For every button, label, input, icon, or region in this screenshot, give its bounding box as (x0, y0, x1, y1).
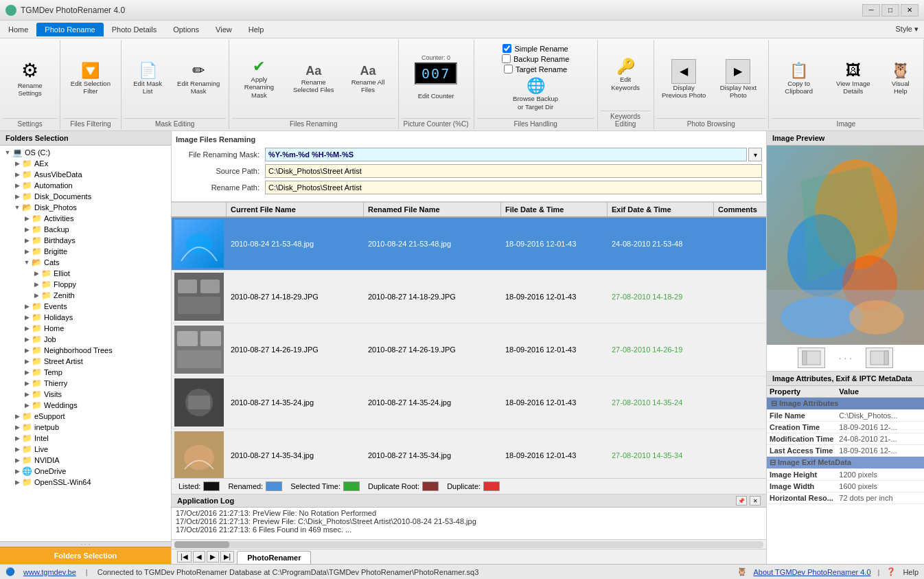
app-log-close-button[interactable]: ✕ (750, 496, 761, 506)
sidebar-item-automation[interactable]: ▶ 📁 Automation (1, 180, 170, 191)
sidebar-item-aex[interactable]: ▶ 📁 AEx (1, 158, 170, 169)
meta-section-image-attributes[interactable]: ⊟ Image Attributes (767, 398, 924, 410)
sidebar-item-label: Live (34, 445, 48, 453)
table-row[interactable]: 2010-08-27 14-26-19.JPG 2010-08-27 14-26… (172, 323, 766, 376)
log-horizontal-scrollbar[interactable] (172, 539, 766, 549)
legend-duplicate-root-label: Duplicate Root: (368, 482, 419, 490)
sidebar-item-nvidia[interactable]: ▶ 📁 NVIDIA (1, 455, 170, 466)
sidebar-item-visits[interactable]: ▶ 📁 Visits (1, 389, 170, 400)
sidebar-item-disk-documents[interactable]: ▶ 📁 Disk_Documents (1, 191, 170, 202)
edit-renaming-mask-button[interactable]: ✏ Edit Renaming Mask (172, 60, 226, 99)
browse-backup-button[interactable]: 🌐 Browse Backup or Target Dir (507, 75, 564, 114)
rename-settings-button[interactable]: ⚙ Rename Settings (3, 58, 57, 101)
status-about-link[interactable]: About TGMDev PhotoRenamer 4.0 (754, 568, 871, 576)
sidebar-item-esupport[interactable]: ▶ 📁 eSupport (1, 411, 170, 422)
table-row[interactable]: 2010-08-27 14-35-24.jpg 2010-08-27 14-35… (172, 376, 766, 429)
sidebar-item-neighborhood-trees[interactable]: ▶ 📁 Neighborhood Trees (1, 345, 170, 356)
edit-counter-button[interactable]: Edit Counter (408, 89, 463, 103)
file-table-body[interactable]: 2010-08-24 21-53-48.jpg 2010-08-24 21-53… (172, 218, 766, 478)
table-row[interactable]: 2010-08-27 14-35-34.jpg 2010-08-27 14-35… (172, 429, 766, 478)
sidebar-item-os-c[interactable]: ▼ 💻 OS (C:) (1, 147, 170, 158)
sidebar-item-activities[interactable]: ▶ 📁 Activities (1, 213, 170, 224)
menu-help[interactable]: Help (240, 23, 273, 36)
status-website-link[interactable]: www.tgmdev.be (23, 568, 76, 576)
sidebar-item-live[interactable]: ▶ 📁 Live (1, 444, 170, 455)
sidebar-item-openssl[interactable]: ▶ 📁 OpenSSL-Win64 (1, 477, 170, 488)
display-previous-button[interactable]: ◀ Display Previous Photo (657, 56, 711, 103)
sidebar-item-intel[interactable]: ▶ 📁 Intel (1, 433, 170, 444)
preview-svg (767, 146, 924, 345)
sidebar-item-brigitte[interactable]: ▶ 📁 Brigitte (1, 246, 170, 257)
file-renaming-mask-input[interactable] (265, 148, 747, 161)
sidebar-item-cats[interactable]: ▼ 📂 Cats (1, 257, 170, 268)
sidebar-item-asusvibedata[interactable]: ▶ 📁 AsusVibeData (1, 169, 170, 180)
sidebar-item-events[interactable]: ▶ 📁 Events (1, 301, 170, 312)
visual-help-button[interactable]: 🦉 Visual Help (880, 60, 921, 99)
apply-renaming-mask-button[interactable]: ✔ Apply Renaming Mask (232, 56, 286, 102)
minimize-button[interactable]: ─ (862, 4, 880, 16)
maximize-button[interactable]: □ (881, 4, 899, 16)
menu-options[interactable]: Options (165, 23, 207, 36)
simple-rename-checkbox[interactable] (503, 44, 511, 53)
sidebar-item-elliot[interactable]: ▶ 📁 Elliot (1, 268, 170, 279)
menu-photo-rename[interactable]: Photo Rename (36, 23, 103, 36)
copy-to-clipboard-button[interactable]: 📋 Copy to Clipboard (772, 60, 826, 99)
menu-bar: Home Photo Rename Photo Details Options … (0, 21, 924, 38)
meta-value: 72 dots per inch (836, 492, 924, 504)
sidebar-tree[interactable]: ▼ 💻 OS (C:) ▶ 📁 AEx ▶ 📁 AsusVibeData ▶ 📁… (0, 146, 171, 541)
sidebar-item-job[interactable]: ▶ 📁 Job (1, 334, 170, 345)
renaming-panel: Image Files Renaming File Renaming Mask:… (172, 131, 766, 202)
edit-keywords-button[interactable]: 🔑 Edit Keywords (601, 56, 651, 95)
display-next-button[interactable]: ▶ Display Next Photo (711, 56, 765, 103)
sidebar-item-disk-photos[interactable]: ▼ 📂 Disk_Photos (1, 202, 170, 213)
cell-exifdate: 27-08-2010 14-18-29 (608, 290, 714, 304)
sidebar-item-birthdays[interactable]: ▶ 📁 Birthdays (1, 235, 170, 246)
menu-home[interactable]: Home (0, 23, 36, 36)
tab-next-button[interactable]: ▶ (207, 551, 219, 563)
prev-image-button[interactable] (798, 348, 825, 368)
menu-photo-details[interactable]: Photo Details (104, 23, 165, 36)
next-image-button[interactable] (866, 348, 893, 368)
app-log-pin-button[interactable]: 📌 (736, 496, 747, 506)
mask-dropdown-button[interactable]: ▾ (748, 148, 762, 161)
tab-last-button[interactable]: ▶| (220, 551, 235, 563)
style-button[interactable]: Style ▾ (895, 25, 924, 34)
sidebar-item-temp[interactable]: ▶ 📁 Temp (1, 367, 170, 378)
sidebar-item-backup[interactable]: ▶ 📁 Backup (1, 224, 170, 235)
target-rename-checkbox[interactable] (504, 65, 513, 73)
menu-view[interactable]: View (207, 23, 240, 36)
table-row[interactable]: 2010-08-24 21-53-48.jpg 2010-08-24 21-53… (172, 218, 766, 271)
rename-selected-button[interactable]: Aa Rename Selected Files (286, 61, 340, 98)
tab-photorenamer[interactable]: PhotoRenamer (237, 551, 311, 564)
sidebar-resize-handle[interactable]: · · · (0, 541, 171, 547)
edit-mask-list-button[interactable]: 📄 Edit Mask List (124, 60, 172, 99)
cell-exifdate: 27-08-2010 14-35-34 (608, 449, 714, 462)
sidebar-item-zenith[interactable]: ▶ 📁 Zenith (1, 290, 170, 301)
meta-row: Modification Time 24-08-2010 21-... (767, 433, 924, 445)
tab-prev-button[interactable]: ◀ (193, 551, 205, 563)
edit-selection-filter-button[interactable]: 🔽 Edit Selection Filter (63, 60, 117, 99)
sidebar-item-floppy[interactable]: ▶ 📁 Floppy (1, 279, 170, 290)
sidebar-item-onedrive[interactable]: ▶ 🌐 OneDrive (1, 466, 170, 477)
sidebar-item-holidays[interactable]: ▶ 📁 Holidays (1, 312, 170, 323)
close-button[interactable]: ✕ (901, 4, 919, 16)
backup-rename-checkbox[interactable] (502, 54, 511, 63)
rename-path-input[interactable] (265, 181, 762, 194)
source-path-input[interactable] (265, 164, 762, 178)
cell-comments (714, 347, 766, 352)
tab-first-button[interactable]: |◀ (177, 551, 192, 563)
sidebar-item-home[interactable]: ▶ 📁 Home (1, 323, 170, 334)
edit-counter-label: Edit Counter (418, 92, 454, 100)
status-separator: | (84, 568, 89, 576)
main-layout: Folders Selection ▼ 💻 OS (C:) ▶ 📁 AEx ▶ … (0, 131, 924, 564)
meta-section-exif[interactable]: ⊟ Image Exif MetaData (767, 457, 924, 469)
sidebar-item-inetpub[interactable]: ▶ 📁 inetpub (1, 422, 170, 433)
rename-all-button[interactable]: Aa Rename All Files (340, 61, 395, 98)
sidebar-item-thierry[interactable]: ▶ 📁 Thierry (1, 378, 170, 389)
app-icon (5, 5, 16, 16)
view-image-details-button[interactable]: 🖼 View Image Details (826, 60, 880, 99)
sidebar-item-weddings[interactable]: ▶ 📁 Weddings (1, 400, 170, 411)
sidebar-item-street-artist[interactable]: ▶ 📁 Street Artist (1, 356, 170, 367)
cell-filedate: 18-09-2016 12-01-43 (501, 290, 608, 304)
table-row[interactable]: 2010-08-27 14-18-29.JPG 2010-08-27 14-18… (172, 271, 766, 323)
